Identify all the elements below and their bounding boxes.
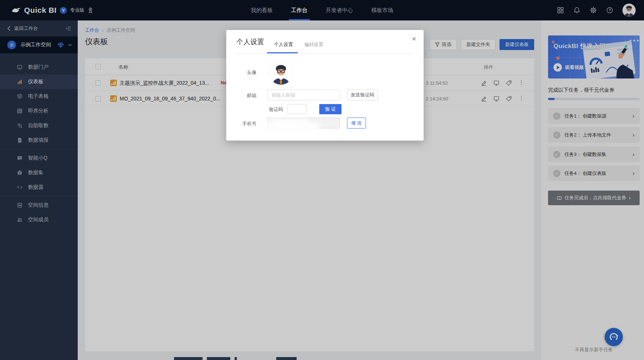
modal-title: 个人设置 [236, 37, 264, 47]
avatar-label: 头像 [226, 69, 257, 76]
email-input[interactable] [267, 89, 340, 100]
phone-label: 手机号 [226, 120, 257, 127]
code-label: 验证码 [269, 106, 283, 113]
modify-button[interactable]: 修 改 [347, 118, 366, 129]
email-label: 邮箱 [226, 92, 257, 99]
tab-preference-settings[interactable]: 偏好设置 [304, 41, 323, 48]
phone-input-masked [267, 118, 340, 129]
close-icon[interactable]: × [412, 34, 416, 43]
code-input[interactable] [288, 104, 306, 114]
personal-settings-modal: 个人设置 个人设置 偏好设置 × 头像 邮箱 发送验证码 验证码 验 证 手机 [226, 30, 424, 141]
tab-personal-settings[interactable]: 个人设置 [274, 41, 293, 48]
blur-blob [265, 123, 320, 131]
tab-divider [236, 53, 413, 54]
verify-button[interactable]: 验 证 [319, 104, 342, 114]
send-code-button[interactable]: 发送验证码 [347, 89, 378, 100]
profile-avatar[interactable] [269, 61, 293, 85]
